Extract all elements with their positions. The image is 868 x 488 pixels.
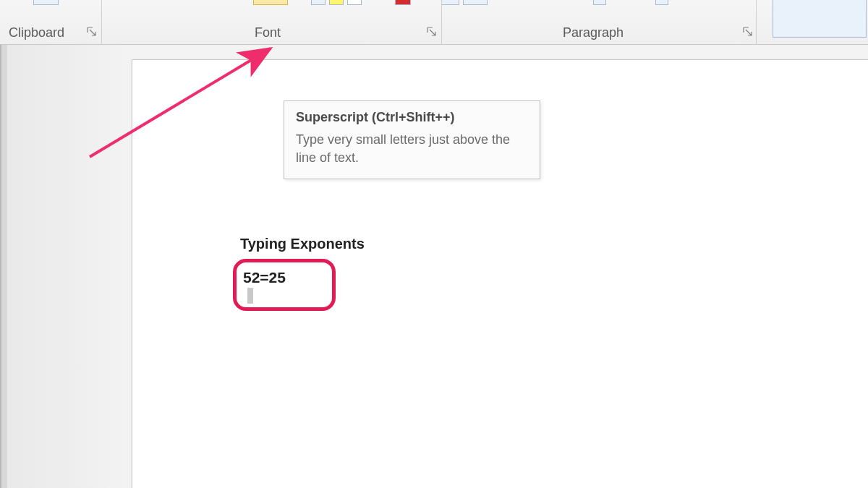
toolbar-button-fragment[interactable] (593, 0, 606, 5)
toolbar-button-fragment[interactable] (463, 0, 488, 5)
document-equation-text[interactable]: 52=25 (243, 269, 286, 286)
group-label-font: Font (255, 25, 281, 40)
dialog-launcher-icon[interactable] (427, 27, 436, 36)
toolbar-button-fragment[interactable] (655, 0, 668, 5)
toolbar-strip (0, 0, 868, 7)
document-heading: Typing Exponents (240, 236, 365, 252)
toolbar-button-fragment[interactable] (347, 0, 362, 5)
toolbar-button-fragment[interactable] (311, 0, 326, 5)
highlight-color-swatch[interactable] (329, 0, 344, 5)
group-label-clipboard: Clipboard (9, 25, 64, 40)
workspace: Superscript (Ctrl+Shift++) Type very sma… (0, 45, 868, 488)
toolbar-button-fragment[interactable] (441, 0, 459, 5)
ribbon-group-labels: Clipboard Font Paragraph (0, 22, 868, 40)
ribbon: Clipboard Font Paragraph (0, 0, 868, 45)
text-cursor (247, 288, 253, 304)
tooltip: Superscript (Ctrl+Shift++) Type very sma… (284, 100, 540, 179)
superscript-button[interactable] (253, 0, 288, 5)
group-label-paragraph: Paragraph (563, 25, 624, 40)
font-color-swatch[interactable] (395, 0, 411, 5)
dialog-launcher-icon[interactable] (743, 27, 752, 36)
tooltip-description: Type very small letters just above the l… (296, 131, 528, 167)
toolbar-button-fragment[interactable] (33, 0, 59, 5)
dialog-launcher-icon[interactable] (87, 27, 96, 36)
tooltip-title: Superscript (Ctrl+Shift++) (296, 110, 528, 125)
